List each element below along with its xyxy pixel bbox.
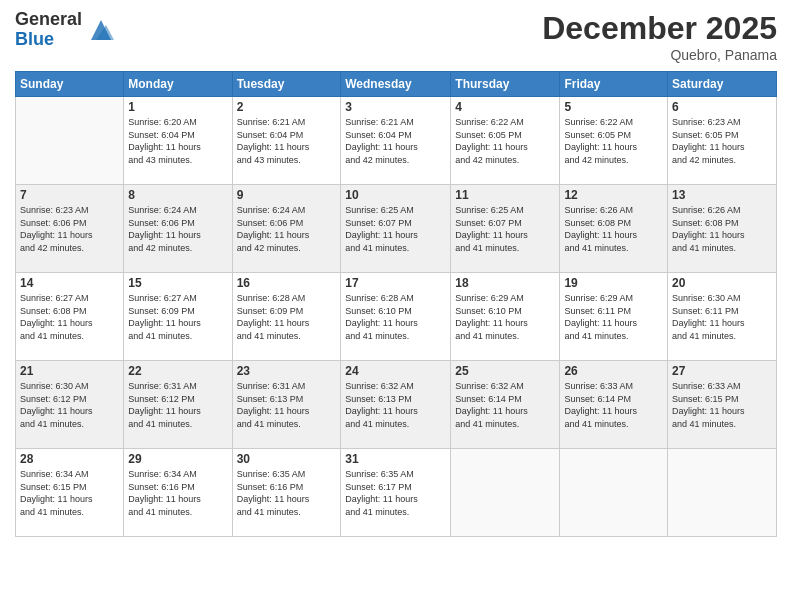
col-sunday: Sunday bbox=[16, 72, 124, 97]
day-number: 18 bbox=[455, 276, 555, 290]
calendar-day: 26Sunrise: 6:33 AMSunset: 6:14 PMDayligh… bbox=[560, 361, 668, 449]
calendar-day: 27Sunrise: 6:33 AMSunset: 6:15 PMDayligh… bbox=[668, 361, 777, 449]
day-info: Sunrise: 6:34 AMSunset: 6:15 PMDaylight:… bbox=[20, 468, 119, 518]
day-number: 24 bbox=[345, 364, 446, 378]
calendar-day bbox=[560, 449, 668, 537]
day-info: Sunrise: 6:26 AMSunset: 6:08 PMDaylight:… bbox=[564, 204, 663, 254]
day-info: Sunrise: 6:27 AMSunset: 6:08 PMDaylight:… bbox=[20, 292, 119, 342]
calendar-day: 10Sunrise: 6:25 AMSunset: 6:07 PMDayligh… bbox=[341, 185, 451, 273]
calendar-week-1: 1Sunrise: 6:20 AMSunset: 6:04 PMDaylight… bbox=[16, 97, 777, 185]
calendar-day bbox=[668, 449, 777, 537]
day-info: Sunrise: 6:26 AMSunset: 6:08 PMDaylight:… bbox=[672, 204, 772, 254]
day-info: Sunrise: 6:28 AMSunset: 6:09 PMDaylight:… bbox=[237, 292, 337, 342]
day-info: Sunrise: 6:29 AMSunset: 6:11 PMDaylight:… bbox=[564, 292, 663, 342]
calendar-day: 25Sunrise: 6:32 AMSunset: 6:14 PMDayligh… bbox=[451, 361, 560, 449]
day-number: 5 bbox=[564, 100, 663, 114]
day-number: 13 bbox=[672, 188, 772, 202]
logo-general: General bbox=[15, 10, 82, 30]
calendar-day: 2Sunrise: 6:21 AMSunset: 6:04 PMDaylight… bbox=[232, 97, 341, 185]
logo-icon bbox=[86, 15, 116, 45]
calendar-day: 23Sunrise: 6:31 AMSunset: 6:13 PMDayligh… bbox=[232, 361, 341, 449]
day-info: Sunrise: 6:35 AMSunset: 6:16 PMDaylight:… bbox=[237, 468, 337, 518]
day-number: 22 bbox=[128, 364, 227, 378]
day-number: 17 bbox=[345, 276, 446, 290]
calendar-day: 28Sunrise: 6:34 AMSunset: 6:15 PMDayligh… bbox=[16, 449, 124, 537]
day-number: 20 bbox=[672, 276, 772, 290]
calendar-day: 30Sunrise: 6:35 AMSunset: 6:16 PMDayligh… bbox=[232, 449, 341, 537]
col-wednesday: Wednesday bbox=[341, 72, 451, 97]
calendar-day: 18Sunrise: 6:29 AMSunset: 6:10 PMDayligh… bbox=[451, 273, 560, 361]
calendar-table: Sunday Monday Tuesday Wednesday Thursday… bbox=[15, 71, 777, 537]
calendar-week-2: 7Sunrise: 6:23 AMSunset: 6:06 PMDaylight… bbox=[16, 185, 777, 273]
logo: General Blue bbox=[15, 10, 116, 50]
calendar-day bbox=[16, 97, 124, 185]
day-info: Sunrise: 6:30 AMSunset: 6:11 PMDaylight:… bbox=[672, 292, 772, 342]
calendar-day: 20Sunrise: 6:30 AMSunset: 6:11 PMDayligh… bbox=[668, 273, 777, 361]
calendar-day: 12Sunrise: 6:26 AMSunset: 6:08 PMDayligh… bbox=[560, 185, 668, 273]
day-info: Sunrise: 6:32 AMSunset: 6:14 PMDaylight:… bbox=[455, 380, 555, 430]
day-number: 10 bbox=[345, 188, 446, 202]
col-friday: Friday bbox=[560, 72, 668, 97]
col-saturday: Saturday bbox=[668, 72, 777, 97]
calendar-day: 14Sunrise: 6:27 AMSunset: 6:08 PMDayligh… bbox=[16, 273, 124, 361]
calendar-day bbox=[451, 449, 560, 537]
logo-text: General Blue bbox=[15, 10, 82, 50]
day-info: Sunrise: 6:33 AMSunset: 6:15 PMDaylight:… bbox=[672, 380, 772, 430]
logo-blue: Blue bbox=[15, 30, 82, 50]
calendar-day: 3Sunrise: 6:21 AMSunset: 6:04 PMDaylight… bbox=[341, 97, 451, 185]
day-number: 16 bbox=[237, 276, 337, 290]
day-info: Sunrise: 6:31 AMSunset: 6:12 PMDaylight:… bbox=[128, 380, 227, 430]
calendar-day: 9Sunrise: 6:24 AMSunset: 6:06 PMDaylight… bbox=[232, 185, 341, 273]
calendar-day: 13Sunrise: 6:26 AMSunset: 6:08 PMDayligh… bbox=[668, 185, 777, 273]
calendar-day: 16Sunrise: 6:28 AMSunset: 6:09 PMDayligh… bbox=[232, 273, 341, 361]
day-number: 31 bbox=[345, 452, 446, 466]
day-number: 23 bbox=[237, 364, 337, 378]
day-number: 6 bbox=[672, 100, 772, 114]
title-area: December 2025 Quebro, Panama bbox=[542, 10, 777, 63]
day-info: Sunrise: 6:28 AMSunset: 6:10 PMDaylight:… bbox=[345, 292, 446, 342]
calendar-day: 6Sunrise: 6:23 AMSunset: 6:05 PMDaylight… bbox=[668, 97, 777, 185]
day-info: Sunrise: 6:24 AMSunset: 6:06 PMDaylight:… bbox=[128, 204, 227, 254]
calendar-day: 15Sunrise: 6:27 AMSunset: 6:09 PMDayligh… bbox=[124, 273, 232, 361]
day-info: Sunrise: 6:25 AMSunset: 6:07 PMDaylight:… bbox=[345, 204, 446, 254]
day-info: Sunrise: 6:22 AMSunset: 6:05 PMDaylight:… bbox=[455, 116, 555, 166]
day-info: Sunrise: 6:32 AMSunset: 6:13 PMDaylight:… bbox=[345, 380, 446, 430]
calendar-day: 11Sunrise: 6:25 AMSunset: 6:07 PMDayligh… bbox=[451, 185, 560, 273]
calendar-day: 4Sunrise: 6:22 AMSunset: 6:05 PMDaylight… bbox=[451, 97, 560, 185]
day-number: 4 bbox=[455, 100, 555, 114]
calendar-day: 31Sunrise: 6:35 AMSunset: 6:17 PMDayligh… bbox=[341, 449, 451, 537]
day-number: 14 bbox=[20, 276, 119, 290]
day-info: Sunrise: 6:34 AMSunset: 6:16 PMDaylight:… bbox=[128, 468, 227, 518]
calendar-day: 22Sunrise: 6:31 AMSunset: 6:12 PMDayligh… bbox=[124, 361, 232, 449]
calendar-week-4: 21Sunrise: 6:30 AMSunset: 6:12 PMDayligh… bbox=[16, 361, 777, 449]
day-number: 19 bbox=[564, 276, 663, 290]
day-info: Sunrise: 6:31 AMSunset: 6:13 PMDaylight:… bbox=[237, 380, 337, 430]
day-info: Sunrise: 6:22 AMSunset: 6:05 PMDaylight:… bbox=[564, 116, 663, 166]
page: General Blue December 2025 Quebro, Panam… bbox=[0, 0, 792, 612]
calendar-week-5: 28Sunrise: 6:34 AMSunset: 6:15 PMDayligh… bbox=[16, 449, 777, 537]
day-info: Sunrise: 6:27 AMSunset: 6:09 PMDaylight:… bbox=[128, 292, 227, 342]
day-info: Sunrise: 6:21 AMSunset: 6:04 PMDaylight:… bbox=[345, 116, 446, 166]
calendar-day: 5Sunrise: 6:22 AMSunset: 6:05 PMDaylight… bbox=[560, 97, 668, 185]
month-title: December 2025 bbox=[542, 10, 777, 47]
calendar-day: 7Sunrise: 6:23 AMSunset: 6:06 PMDaylight… bbox=[16, 185, 124, 273]
day-number: 7 bbox=[20, 188, 119, 202]
day-number: 29 bbox=[128, 452, 227, 466]
col-tuesday: Tuesday bbox=[232, 72, 341, 97]
calendar-day: 29Sunrise: 6:34 AMSunset: 6:16 PMDayligh… bbox=[124, 449, 232, 537]
col-thursday: Thursday bbox=[451, 72, 560, 97]
header-row: Sunday Monday Tuesday Wednesday Thursday… bbox=[16, 72, 777, 97]
day-number: 1 bbox=[128, 100, 227, 114]
calendar-day: 8Sunrise: 6:24 AMSunset: 6:06 PMDaylight… bbox=[124, 185, 232, 273]
day-number: 15 bbox=[128, 276, 227, 290]
day-info: Sunrise: 6:21 AMSunset: 6:04 PMDaylight:… bbox=[237, 116, 337, 166]
header: General Blue December 2025 Quebro, Panam… bbox=[15, 10, 777, 63]
day-number: 30 bbox=[237, 452, 337, 466]
day-number: 8 bbox=[128, 188, 227, 202]
calendar-day: 24Sunrise: 6:32 AMSunset: 6:13 PMDayligh… bbox=[341, 361, 451, 449]
day-number: 3 bbox=[345, 100, 446, 114]
day-number: 26 bbox=[564, 364, 663, 378]
day-info: Sunrise: 6:20 AMSunset: 6:04 PMDaylight:… bbox=[128, 116, 227, 166]
location: Quebro, Panama bbox=[542, 47, 777, 63]
day-info: Sunrise: 6:23 AMSunset: 6:06 PMDaylight:… bbox=[20, 204, 119, 254]
